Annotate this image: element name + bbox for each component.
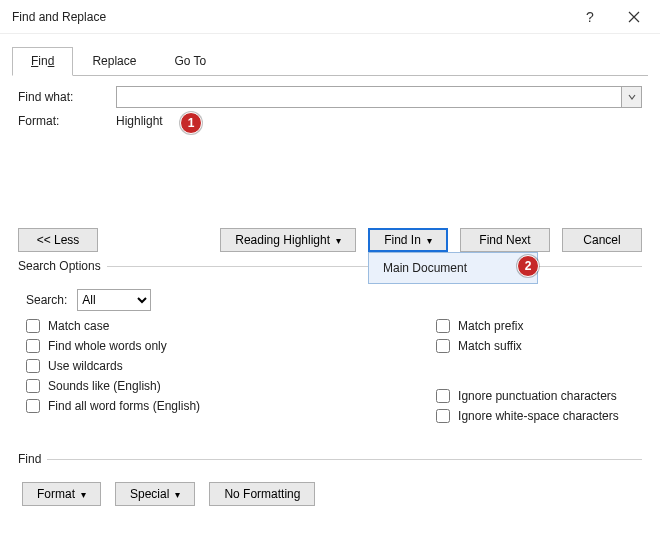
no-formatting-button[interactable]: No Formatting <box>209 482 315 506</box>
chevron-down-icon <box>628 93 636 101</box>
find-what-row: Find what: <box>18 86 642 108</box>
find-what-input[interactable] <box>117 87 621 107</box>
chk-ignore-punct[interactable]: Ignore punctuation characters <box>436 389 619 403</box>
tabstrip: Find Replace Go To <box>0 34 660 75</box>
tab-replace[interactable]: Replace <box>73 47 155 76</box>
chk-wildcards[interactable]: Use wildcards <box>26 359 200 373</box>
chk-ignore-ws[interactable]: Ignore white-space characters <box>436 409 619 423</box>
find-in-label: Find In <box>384 233 421 247</box>
search-options-legend: Search Options <box>18 259 107 273</box>
annotation-badge-1: 1 <box>180 112 202 134</box>
checkbox-columns: Match case Find whole words only Use wil… <box>26 319 642 423</box>
close-icon <box>628 11 640 23</box>
search-direction-label: Search: <box>26 293 67 307</box>
reading-highlight-label: Reading Highlight <box>235 233 330 247</box>
find-in-button[interactable]: Find In ▾ <box>368 228 448 252</box>
format-row: Format: Highlight 1 <box>18 114 642 128</box>
checkbox-col-right: Match prefix Match suffix Ignore punctua… <box>436 319 619 423</box>
find-footer-buttons: Format▾ Special▾ No Formatting <box>22 482 642 506</box>
chk-word-forms[interactable]: Find all word forms (English) <box>26 399 200 413</box>
chk-match-case[interactable]: Match case <box>26 319 200 333</box>
caret-down-icon: ▾ <box>81 489 86 500</box>
close-button[interactable] <box>612 2 656 32</box>
caret-down-icon: ▾ <box>336 235 341 246</box>
dialog-button-row: << Less Reading Highlight ▾ Find In ▾ Ma… <box>18 228 642 252</box>
help-button[interactable]: ? <box>568 2 612 32</box>
find-next-button[interactable]: Find Next <box>460 228 550 252</box>
chk-match-suffix[interactable]: Match suffix <box>436 339 619 353</box>
find-in-wrap: Find In ▾ Main Document 2 <box>368 228 448 252</box>
dialog-title: Find and Replace <box>12 10 568 24</box>
annotation-badge-2: 2 <box>517 255 539 277</box>
find-what-combobox[interactable] <box>116 86 642 108</box>
titlebar: Find and Replace ? <box>0 0 660 34</box>
find-footer-legend: Find <box>18 452 47 466</box>
search-direction-select[interactable]: All <box>77 289 151 311</box>
chk-match-prefix[interactable]: Match prefix <box>436 319 619 333</box>
chk-sounds-like[interactable]: Sounds like (English) <box>26 379 200 393</box>
chk-whole-words[interactable]: Find whole words only <box>26 339 200 353</box>
tab-goto[interactable]: Go To <box>155 47 225 76</box>
less-button[interactable]: << Less <box>18 228 98 252</box>
special-button[interactable]: Special▾ <box>115 482 195 506</box>
find-what-label: Find what: <box>18 90 108 104</box>
caret-down-icon: ▾ <box>175 489 180 500</box>
format-label: Format: <box>18 114 108 128</box>
find-in-dropdown: Main Document 2 <box>368 252 538 284</box>
find-in-main-document-item[interactable]: Main Document <box>369 257 537 279</box>
caret-down-icon: ▾ <box>427 235 432 246</box>
format-button[interactable]: Format▾ <box>22 482 101 506</box>
tab-find[interactable]: Find <box>12 47 73 76</box>
find-what-dropdown[interactable] <box>621 87 641 107</box>
find-footer-group: Find Format▾ Special▾ No Formatting <box>18 459 642 506</box>
checkbox-col-left: Match case Find whole words only Use wil… <box>26 319 200 423</box>
search-options-group: Search Options Search: All Match case Fi… <box>18 266 642 423</box>
format-value: Highlight <box>116 114 163 128</box>
search-direction-row: Search: All <box>26 289 642 311</box>
cancel-button[interactable]: Cancel <box>562 228 642 252</box>
tab-content: Find what: Format: Highlight 1 << Less R… <box>0 76 660 506</box>
reading-highlight-button[interactable]: Reading Highlight ▾ <box>220 228 356 252</box>
